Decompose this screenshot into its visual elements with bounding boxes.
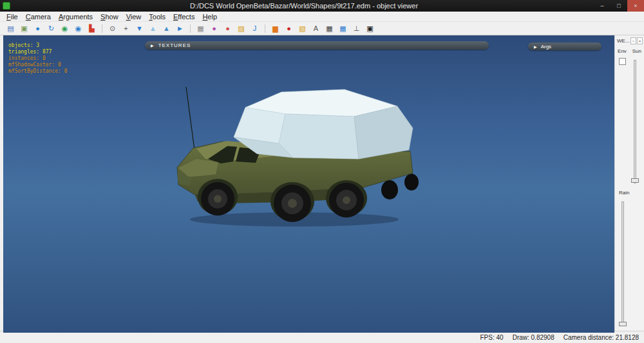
- folder-search-icon[interactable]: ▧: [296, 23, 308, 34]
- locate-icon[interactable]: ⊙: [106, 23, 118, 34]
- weather-panel-title: WE...: [617, 38, 630, 44]
- navigate-icon[interactable]: ►: [174, 23, 186, 34]
- save-icon[interactable]: ▤: [5, 23, 17, 34]
- menu-help[interactable]: Help: [198, 13, 221, 21]
- window-title: D:/DCS World OpenBeta/Bazar/World/Shapes…: [14, 2, 594, 10]
- weather-panel-labels: Env Sun: [618, 48, 641, 54]
- filter-icon[interactable]: ▼: [133, 23, 146, 34]
- spotlight-icon[interactable]: ▲: [160, 23, 173, 34]
- toolbar-separator: [265, 24, 265, 33]
- expand-arrow-icon: ▶: [534, 44, 537, 49]
- chart-icon[interactable]: ▆: [269, 23, 281, 34]
- grid-blue-icon[interactable]: ▦: [337, 23, 349, 34]
- stat-objects: objects: 3: [8, 42, 68, 49]
- axis-icon[interactable]: ⊥: [350, 23, 363, 34]
- spline-icon[interactable]: J: [249, 23, 261, 34]
- titlebar: D:/DCS World OpenBeta/Bazar/World/Shapes…: [0, 0, 644, 12]
- window-controls: – □ ×: [594, 0, 644, 12]
- folder-icon[interactable]: ▨: [235, 23, 247, 34]
- status-camera-distance: Camera distance: 21.8128: [564, 334, 639, 341]
- object-viewer-window: D:/DCS World OpenBeta/Bazar/World/Shapes…: [0, 0, 644, 343]
- menu-show[interactable]: Show: [97, 13, 122, 21]
- screenshot-icon[interactable]: ▣: [364, 23, 376, 34]
- menu-bar: File Camera Arguments Show View Tools Ef…: [0, 12, 644, 22]
- stat-shadow-caster: mfShadowCaster: 0: [8, 62, 68, 68]
- maximize-button[interactable]: □: [611, 0, 627, 12]
- toolbar-separator: [190, 24, 191, 33]
- rain-label: Rain: [619, 190, 629, 196]
- menu-arguments[interactable]: Arguments: [55, 13, 97, 21]
- palette-icon[interactable]: ●: [222, 23, 234, 34]
- menu-view[interactable]: View: [122, 13, 146, 21]
- args-panel-header[interactable]: ▶ Args: [528, 42, 601, 50]
- env-label: Env: [618, 48, 627, 54]
- sun-slider[interactable]: [630, 59, 639, 185]
- status-draw: Draw: 0.82908: [513, 334, 554, 341]
- menu-camera[interactable]: Camera: [22, 13, 55, 21]
- toolbar: ▤ ▣ ● ↻ ◉ ◉ ▙ ⊙ + ▼ ▲ ▲ ► ▦ ● ● ▨ J ▆ ● …: [0, 22, 644, 35]
- move-icon[interactable]: +: [120, 23, 132, 34]
- weather-panel-dock-icon[interactable]: ▫: [630, 37, 636, 44]
- render-stats: objects: 3 triangles: 877 instances: 0 m…: [8, 42, 68, 75]
- image-icon[interactable]: ▦: [194, 23, 207, 34]
- globe-green-icon[interactable]: ◉: [59, 23, 71, 34]
- pdf-icon[interactable]: ▙: [86, 23, 98, 34]
- export-scene-icon[interactable]: ▣: [18, 23, 30, 34]
- grid-icon[interactable]: ▦: [323, 23, 336, 34]
- rain-slider[interactable]: [618, 200, 627, 326]
- menu-file[interactable]: File: [3, 13, 22, 21]
- rain-slider-track: [621, 201, 624, 325]
- app-icon: [3, 2, 10, 10]
- textures-panel-header[interactable]: ▶ TEXTURES: [145, 41, 489, 50]
- expand-arrow-icon: ▶: [151, 43, 155, 48]
- record-icon[interactable]: ●: [283, 23, 295, 34]
- weather-panel-close-icon[interactable]: ×: [637, 37, 643, 44]
- menu-tools[interactable]: Tools: [145, 13, 169, 21]
- stat-instances: instances: 0: [8, 55, 68, 62]
- status-fps: FPS: 40: [480, 334, 504, 341]
- weather-panel: WE... ▫ × Env Sun Rain: [614, 35, 644, 331]
- globe-blue-icon[interactable]: ◉: [72, 23, 84, 34]
- find-text-icon[interactable]: A: [310, 23, 322, 34]
- stat-sort-by-distance: mfSortByDistance: 0: [8, 68, 68, 75]
- textures-panel-label: TEXTURES: [158, 42, 191, 48]
- menu-effects[interactable]: Effects: [169, 13, 198, 21]
- sphere-icon[interactable]: ●: [32, 23, 44, 34]
- sun-slider-track: [634, 60, 636, 183]
- material-ball-icon[interactable]: ●: [208, 23, 220, 34]
- truck-model: [3, 35, 614, 333]
- refresh-icon[interactable]: ↻: [45, 23, 57, 34]
- toolbar-separator: [102, 24, 102, 33]
- env-checkbox[interactable]: [619, 58, 626, 65]
- weather-panel-header: WE... ▫ ×: [617, 37, 643, 44]
- stat-triangles: triangles: 877: [8, 49, 68, 55]
- main-area: objects: 3 triangles: 877 instances: 0 m…: [0, 35, 644, 331]
- viewport[interactable]: objects: 3 triangles: 877 instances: 0 m…: [3, 35, 614, 333]
- sun-slider-handle[interactable]: [631, 178, 639, 183]
- minimize-button[interactable]: –: [594, 0, 611, 12]
- rain-slider-handle[interactable]: [619, 322, 627, 326]
- close-button[interactable]: ×: [627, 0, 644, 12]
- cone-icon[interactable]: ▲: [147, 23, 159, 34]
- sun-label: Sun: [632, 48, 641, 54]
- args-panel-label: Args: [541, 44, 551, 50]
